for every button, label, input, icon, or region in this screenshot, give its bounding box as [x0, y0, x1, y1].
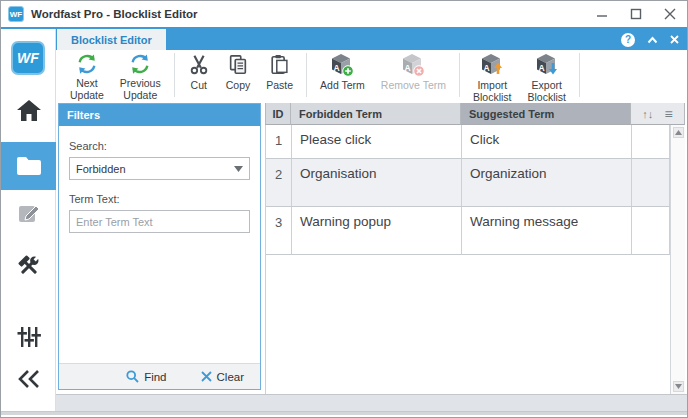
- svg-text:A: A: [538, 63, 544, 73]
- table-rows-area: 1 Please click Click 2 Organisation Orga…: [265, 125, 670, 394]
- cell-suggested-term[interactable]: Warning message: [462, 207, 632, 255]
- close-tab-icon[interactable]: [670, 35, 679, 44]
- export-blocklist-cube-icon: A: [535, 53, 559, 77]
- search-icon: [126, 370, 139, 383]
- add-term-button[interactable]: A Add Term: [312, 50, 373, 100]
- scroll-down-icon[interactable]: [673, 381, 684, 392]
- window-bottom-edge: [1, 411, 687, 415]
- double-chevron-left-icon: [16, 367, 42, 391]
- scroll-up-icon[interactable]: [673, 127, 684, 138]
- remove-term-cube-icon: A: [401, 53, 425, 77]
- copy-icon: [227, 53, 249, 77]
- tab-bar: Blocklist Editor ?: [56, 29, 687, 50]
- add-term-label: Add Term: [320, 79, 365, 91]
- clear-x-icon: [201, 371, 212, 382]
- home-icon: [16, 99, 42, 123]
- copy-button[interactable]: Copy: [218, 50, 259, 100]
- toolbar-separator: [459, 53, 460, 97]
- sidebar-item-projects[interactable]: [1, 142, 56, 190]
- search-select[interactable]: Forbidden: [69, 157, 250, 180]
- remove-term-label: Remove Term: [381, 79, 446, 91]
- cut-button[interactable]: Cut: [180, 50, 218, 100]
- sliders-icon: [16, 324, 42, 350]
- status-bar: [56, 394, 687, 411]
- help-icon[interactable]: ?: [621, 33, 635, 47]
- find-button[interactable]: Find: [126, 370, 166, 383]
- cell-empty: [632, 125, 670, 159]
- cell-id: 1: [266, 125, 292, 159]
- sidebar-item-editor[interactable]: [1, 201, 56, 225]
- import-blocklist-cube-icon: A: [480, 53, 504, 77]
- refresh-previous-icon: [129, 53, 151, 75]
- refresh-next-icon: [76, 53, 98, 75]
- cell-forbidden-term[interactable]: Organisation: [292, 159, 462, 207]
- next-update-label: Next Update: [70, 77, 104, 102]
- window-title: Wordfast Pro - Blocklist Editor: [31, 8, 585, 20]
- svg-text:A: A: [334, 63, 340, 73]
- add-term-cube-icon: A: [330, 53, 354, 77]
- table-row[interactable]: 2 Organisation Organization: [266, 159, 670, 207]
- clear-label: Clear: [217, 371, 244, 383]
- sidebar-item-tools[interactable]: [1, 253, 56, 279]
- close-icon: [664, 8, 676, 20]
- cell-id: 3: [266, 207, 292, 255]
- edit-pencil-icon: [17, 201, 41, 225]
- sidebar-collapse-button[interactable]: [1, 367, 56, 391]
- sidebar-item-home[interactable]: [1, 99, 56, 123]
- clear-button[interactable]: Clear: [201, 371, 244, 383]
- cell-empty: [632, 159, 670, 207]
- paste-button[interactable]: Paste: [258, 50, 301, 100]
- blocklist-table: ID Forbidden Term Suggested Term ↑↓ ≡ 1: [265, 103, 685, 394]
- cell-suggested-term[interactable]: Organization: [462, 159, 632, 207]
- minimize-icon: [596, 8, 608, 20]
- column-header-id[interactable]: ID: [265, 103, 291, 125]
- remove-term-button[interactable]: A Remove Term: [373, 50, 454, 100]
- previous-update-label: Previous Update: [120, 77, 161, 102]
- toolbar-separator: [579, 53, 580, 97]
- term-text-input[interactable]: [69, 210, 250, 233]
- toolbar-separator: [174, 53, 175, 97]
- export-blocklist-button[interactable]: A Export Blocklist: [520, 50, 575, 100]
- search-label: Search:: [69, 140, 250, 152]
- tab-blocklist-editor[interactable]: Blocklist Editor: [57, 29, 166, 50]
- next-update-button[interactable]: Next Update: [62, 50, 112, 100]
- cell-empty: [632, 207, 670, 255]
- table-row[interactable]: 1 Please click Click: [266, 125, 670, 159]
- import-blocklist-button[interactable]: A Import Blocklist: [465, 50, 520, 100]
- column-header-suggested-term[interactable]: Suggested Term: [461, 103, 631, 125]
- cell-id: 2: [266, 159, 292, 207]
- paste-clipboard-icon: [269, 53, 291, 77]
- sidebar-item-preferences[interactable]: [1, 324, 56, 350]
- cell-forbidden-term[interactable]: Please click: [292, 125, 462, 159]
- toolbar: Next Update Previous Update: [56, 50, 687, 100]
- filters-title: Filters: [67, 109, 100, 121]
- tab-label: Blocklist Editor: [71, 34, 152, 46]
- app-window: WF Wordfast Pro - Blocklist Editor WF: [0, 0, 688, 418]
- close-button[interactable]: [653, 1, 687, 27]
- table-header-tools: ↑↓ ≡: [631, 103, 685, 125]
- chevron-down-icon: [234, 166, 243, 172]
- copy-label: Copy: [226, 79, 251, 91]
- titlebar: WF Wordfast Pro - Blocklist Editor: [1, 1, 687, 27]
- filters-panel: Filters Search: Forbidden Term Text:: [58, 103, 261, 390]
- sort-icon[interactable]: ↑↓: [642, 108, 653, 120]
- table-row[interactable]: 3 Warning popup Warning message: [266, 207, 670, 255]
- maximize-button[interactable]: [619, 1, 653, 27]
- wordfast-logo: WF: [11, 41, 45, 75]
- column-header-forbidden-term[interactable]: Forbidden Term: [291, 103, 461, 125]
- filters-footer: Find Clear: [59, 363, 260, 389]
- app-sidebar: WF: [1, 29, 56, 411]
- paste-label: Paste: [266, 79, 293, 91]
- find-label: Find: [144, 371, 166, 383]
- term-text-label: Term Text:: [69, 193, 250, 205]
- tools-icon: [16, 253, 42, 279]
- previous-update-button[interactable]: Previous Update: [112, 50, 169, 100]
- cell-forbidden-term[interactable]: Warning popup: [292, 207, 462, 255]
- collapse-panel-icon[interactable]: [647, 36, 658, 44]
- minimize-button[interactable]: [585, 1, 619, 27]
- cell-suggested-term[interactable]: Click: [462, 125, 632, 159]
- vertical-scrollbar[interactable]: [670, 125, 685, 394]
- cut-label: Cut: [191, 79, 207, 91]
- table-menu-icon[interactable]: ≡: [665, 106, 673, 122]
- maximize-icon: [630, 8, 642, 20]
